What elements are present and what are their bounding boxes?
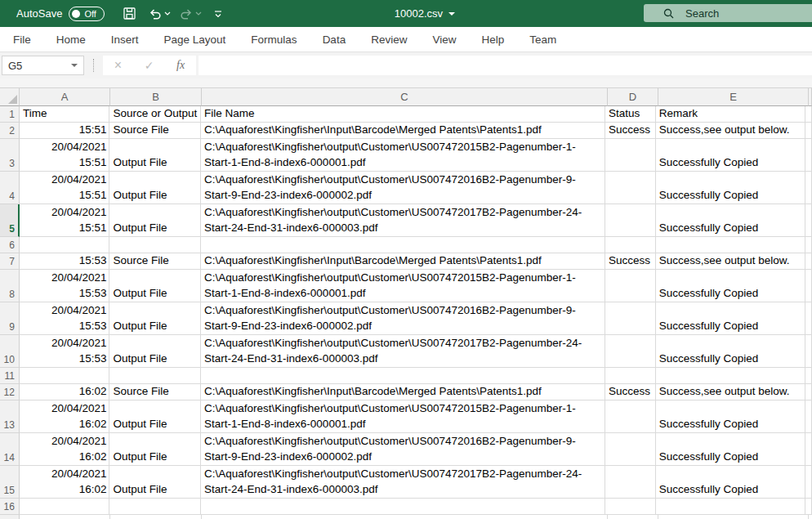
cell[interactable]: Successfully Copied (656, 400, 805, 433)
cell[interactable]: Successfully Copied (656, 139, 805, 172)
cell[interactable]: C:\Aquaforest\Kingfisher\Input\Barcode\M… (201, 253, 605, 270)
cell[interactable]: 20/04/2021 15:51 (20, 172, 110, 204)
cell[interactable]: 20/04/2021 15:51 (20, 139, 110, 172)
cell[interactable] (605, 139, 656, 172)
select-all-button[interactable] (0, 88, 20, 106)
row-header[interactable]: 14 (0, 433, 20, 466)
row-header[interactable]: 1 (0, 106, 20, 123)
cell[interactable] (805, 302, 812, 335)
cell[interactable] (805, 106, 812, 123)
cell[interactable]: Success,see output below. (656, 123, 805, 139)
cell[interactable] (605, 237, 656, 253)
cell[interactable] (805, 253, 812, 270)
row-header[interactable] (0, 515, 20, 519)
column-header-d[interactable]: D (608, 88, 658, 106)
cell[interactable] (656, 499, 805, 515)
cell[interactable] (605, 466, 656, 499)
cell[interactable] (805, 400, 812, 433)
row-header[interactable]: 9 (0, 302, 20, 335)
cell[interactable] (605, 335, 656, 368)
tab-help[interactable]: Help (481, 34, 504, 46)
undo-icon[interactable] (148, 0, 163, 27)
cell[interactable]: Source File (109, 253, 201, 270)
cell[interactable] (605, 302, 656, 335)
tab-review[interactable]: Review (371, 34, 407, 46)
cell[interactable]: File Name (201, 106, 605, 123)
save-icon[interactable] (123, 0, 136, 27)
cell[interactable] (805, 237, 812, 253)
cell[interactable]: Output File (109, 139, 201, 172)
cell[interactable]: Output File (109, 466, 201, 499)
cell[interactable] (805, 335, 812, 368)
cell[interactable]: Success (605, 123, 656, 139)
cell[interactable]: Status (605, 106, 656, 123)
row-header[interactable]: 2 (0, 123, 20, 139)
tab-team[interactable]: Team (529, 34, 556, 46)
cell[interactable]: Successfully Copied (656, 302, 805, 335)
cell[interactable] (805, 466, 812, 499)
cell[interactable]: C:\Aquaforest\Kingfisher\output\Customer… (201, 400, 605, 433)
row-header[interactable]: 13 (0, 400, 20, 433)
formula-input[interactable] (199, 56, 812, 75)
cell[interactable]: Output File (109, 335, 201, 368)
cell[interactable] (109, 368, 201, 384)
insert-function-icon[interactable]: fx (176, 59, 185, 72)
cell[interactable]: 20/04/2021 16:02 (20, 466, 110, 499)
cell[interactable]: Successfully Copied (656, 204, 805, 237)
cell[interactable]: 20/04/2021 15:51 (20, 123, 110, 139)
cell[interactable] (605, 172, 656, 204)
cell[interactable]: C:\Aquaforest\Kingfisher\output\Customer… (201, 270, 605, 302)
cell[interactable]: Success,see output below. (656, 384, 805, 400)
cell[interactable] (656, 368, 805, 384)
row-header[interactable]: 11 (0, 368, 20, 384)
cell[interactable]: Successfully Copied (656, 466, 805, 499)
cell[interactable] (605, 400, 656, 433)
cell[interactable]: Success (605, 253, 656, 270)
cell[interactable] (805, 270, 812, 302)
column-header-e[interactable]: E (658, 88, 809, 106)
tab-home[interactable]: Home (56, 34, 86, 46)
cell[interactable]: Output File (109, 302, 201, 335)
cell[interactable] (805, 499, 812, 515)
tab-page-layout[interactable]: Page Layout (164, 34, 226, 46)
cell[interactable]: Output File (109, 433, 201, 466)
cell[interactable]: 20/04/2021 16:02 (20, 433, 110, 466)
row-header[interactable]: 15 (0, 466, 20, 499)
cell[interactable]: Output File (109, 172, 201, 204)
customize-quick-access-toolbar-icon[interactable] (213, 0, 223, 27)
cell[interactable]: C:\Aquaforest\Kingfisher\output\Customer… (201, 172, 605, 204)
enter-icon[interactable]: ✓ (145, 59, 154, 72)
row-header[interactable]: 5 (0, 204, 20, 237)
cell[interactable]: 20/04/2021 15:53 (20, 335, 110, 368)
row-header[interactable]: 7 (0, 253, 20, 270)
cell[interactable]: 20/04/2021 16:02 (20, 384, 110, 400)
cell[interactable]: C:\Aquaforest\Kingfisher\output\Customer… (201, 139, 605, 172)
name-box-dropdown-icon[interactable] (71, 64, 78, 67)
undo-dropdown-icon[interactable] (164, 0, 171, 27)
cell[interactable] (805, 172, 812, 204)
cell[interactable] (201, 368, 605, 384)
row-header[interactable]: 12 (0, 384, 20, 400)
cell[interactable]: Time (20, 106, 110, 123)
cell[interactable] (605, 204, 656, 237)
cell[interactable]: C:\Aquaforest\Kingfisher\output\Customer… (201, 302, 605, 335)
row-header[interactable]: 6 (0, 237, 20, 253)
tab-file[interactable]: File (13, 34, 31, 46)
cell[interactable] (805, 204, 812, 237)
column-header-b[interactable]: B (110, 88, 202, 106)
cell[interactable] (656, 237, 805, 253)
cell[interactable] (201, 237, 605, 253)
row-header[interactable]: 10 (0, 335, 20, 368)
cell[interactable] (805, 139, 812, 172)
row-header[interactable]: 3 (0, 139, 20, 172)
cell[interactable] (805, 384, 812, 400)
cell[interactable]: Successfully Copied (656, 172, 805, 204)
tab-formulas[interactable]: Formulas (251, 34, 297, 46)
cell[interactable]: C:\Aquaforest\Kingfisher\Input\Barcode\M… (201, 123, 605, 139)
cell[interactable] (20, 368, 110, 384)
cell[interactable]: C:\Aquaforest\Kingfisher\output\Customer… (201, 335, 605, 368)
row-header[interactable]: 8 (0, 270, 20, 302)
cell[interactable] (605, 499, 656, 515)
autosave-toggle[interactable]: Off (69, 7, 105, 21)
cell[interactable]: Successfully Copied (656, 433, 805, 466)
